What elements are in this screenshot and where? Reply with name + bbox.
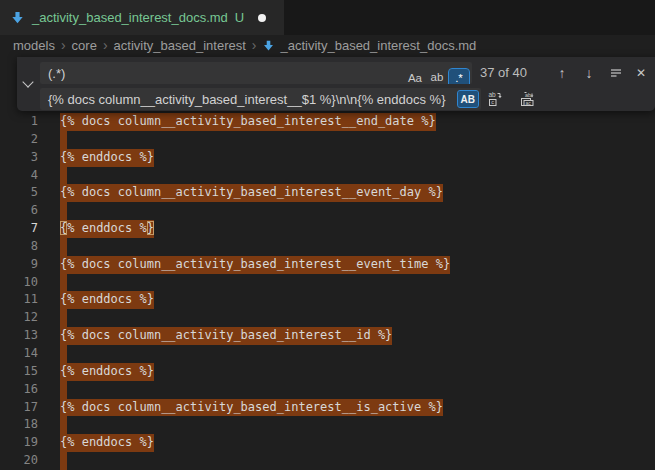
replace-all-icon: ab ac bbox=[520, 91, 536, 107]
find-match-highlight: {% docs column__activity_based_interest_… bbox=[60, 327, 392, 345]
chevron-right-icon: › bbox=[61, 37, 66, 53]
breadcrumb-item-file[interactable]: _activity_based_interest_docs.md bbox=[262, 38, 476, 53]
replace-all-button[interactable]: ab ac bbox=[517, 88, 539, 110]
line-number: 10 bbox=[0, 274, 44, 292]
preserve-case-button[interactable]: AB bbox=[458, 91, 478, 107]
find-match-highlight: {% docs column__activity_based_interest_… bbox=[60, 184, 443, 202]
line-number: 19 bbox=[0, 434, 44, 452]
unsaved-indicator-dot[interactable] bbox=[258, 14, 266, 22]
find-match-sliver bbox=[60, 202, 67, 220]
find-input[interactable]: (.*) Aa ab .* bbox=[40, 62, 472, 84]
git-status-badge: U bbox=[235, 10, 244, 25]
close-find-button[interactable]: ✕ bbox=[630, 62, 652, 84]
find-input-value: (.*) bbox=[48, 66, 65, 81]
code-line[interactable]: 5{% docs column__activity_based_interest… bbox=[0, 184, 655, 202]
code-line[interactable]: 14 bbox=[0, 345, 655, 363]
line-content bbox=[60, 452, 67, 470]
svg-text:ab: ab bbox=[489, 91, 497, 98]
code-line[interactable]: 12 bbox=[0, 309, 655, 327]
code-line[interactable]: 15{% enddocs %} bbox=[0, 363, 655, 381]
line-number: 7 bbox=[0, 220, 44, 238]
code-line[interactable]: 11{% enddocs %} bbox=[0, 291, 655, 309]
find-match-highlight: {% enddocs %} bbox=[60, 434, 154, 452]
code-line[interactable]: 16 bbox=[0, 381, 655, 399]
editor-tab[interactable]: _activity_based_interest_docs.md U bbox=[0, 0, 284, 35]
line-number: 5 bbox=[0, 184, 44, 202]
match-count: 37 of 40 bbox=[480, 62, 527, 84]
whole-word-button[interactable]: ab bbox=[427, 69, 447, 84]
code-line[interactable]: 13{% docs column__activity_based_interes… bbox=[0, 327, 655, 345]
find-match-sliver bbox=[60, 416, 67, 434]
line-number: 11 bbox=[0, 291, 44, 309]
line-content bbox=[60, 381, 67, 399]
find-match-sliver bbox=[60, 345, 67, 363]
line-number: 15 bbox=[0, 363, 44, 381]
code-line[interactable]: 10 bbox=[0, 274, 655, 292]
code-line[interactable]: 19{% enddocs %} bbox=[0, 434, 655, 452]
code-line[interactable]: 20 bbox=[0, 452, 655, 470]
find-match-highlight: {% enddocs %} bbox=[60, 291, 154, 309]
code-line[interactable]: 7{% enddocs %} bbox=[0, 220, 655, 238]
code-line[interactable]: 17{% docs column__activity_based_interes… bbox=[0, 399, 655, 417]
code-line[interactable]: 3{% enddocs %} bbox=[0, 149, 655, 167]
find-match-highlight: {% enddocs %} bbox=[60, 363, 154, 381]
replace-icon: ab c bbox=[488, 91, 504, 107]
line-content: {% docs column__activity_based_interest_… bbox=[60, 184, 443, 202]
code-editor[interactable]: 1{% docs column__activity_based_interest… bbox=[0, 113, 655, 470]
line-number: 12 bbox=[0, 309, 44, 327]
line-number: 14 bbox=[0, 345, 44, 363]
regex-button[interactable]: .* bbox=[449, 69, 469, 84]
breadcrumb-item-folder[interactable]: activity_based_interest bbox=[114, 38, 246, 53]
find-match-sliver bbox=[60, 238, 67, 256]
line-number: 18 bbox=[0, 416, 44, 434]
close-icon: ✕ bbox=[636, 66, 646, 80]
svg-text:c: c bbox=[491, 99, 494, 105]
match-case-button[interactable]: Aa bbox=[405, 69, 425, 84]
chevron-right-icon: › bbox=[103, 37, 108, 53]
find-match-highlight: {% docs column__activity_based_interest_… bbox=[60, 256, 450, 274]
replace-input[interactable]: {% docs column__activity_based_interest_… bbox=[40, 88, 481, 110]
breadcrumb-item-core[interactable]: core bbox=[72, 38, 97, 53]
breadcrumb: models › core › activity_based_interest … bbox=[0, 35, 655, 56]
code-line[interactable]: 1{% docs column__activity_based_interest… bbox=[0, 113, 655, 131]
find-match-sliver bbox=[60, 167, 67, 185]
code-line[interactable]: 4 bbox=[0, 167, 655, 185]
replace-button[interactable]: ab c bbox=[485, 88, 507, 110]
breadcrumb-item-models[interactable]: models bbox=[13, 38, 55, 53]
line-content bbox=[60, 416, 67, 434]
markdown-file-icon bbox=[262, 39, 275, 52]
bracket-match-box: } bbox=[147, 221, 154, 235]
find-in-selection-button[interactable] bbox=[605, 62, 627, 84]
find-match-sliver bbox=[60, 452, 67, 470]
line-content: {% enddocs %} bbox=[60, 434, 154, 452]
find-replace-widget: (.*) Aa ab .* 37 of 40 ↑ ↓ ✕ {% docs col… bbox=[17, 57, 655, 111]
line-content: {% docs column__activity_based_interest_… bbox=[60, 256, 450, 274]
line-content: {% docs column__activity_based_interest_… bbox=[60, 327, 392, 345]
find-match-highlight: {% enddocs %} bbox=[60, 220, 154, 238]
chevron-right-icon: › bbox=[252, 37, 257, 53]
line-content bbox=[60, 238, 67, 256]
find-next-button[interactable]: ↓ bbox=[578, 62, 600, 84]
toggle-replace-button[interactable] bbox=[17, 57, 38, 111]
code-line[interactable]: 18 bbox=[0, 416, 655, 434]
line-number: 17 bbox=[0, 399, 44, 417]
markdown-file-icon bbox=[10, 10, 25, 25]
line-number: 3 bbox=[0, 149, 44, 167]
find-previous-button[interactable]: ↑ bbox=[551, 62, 573, 84]
code-line[interactable]: 6 bbox=[0, 202, 655, 220]
tab-bar: _activity_based_interest_docs.md U bbox=[0, 0, 655, 35]
line-content: {% enddocs %} bbox=[60, 149, 154, 167]
replace-input-value: {% docs column__activity_based_interest_… bbox=[48, 92, 445, 107]
line-content: {% enddocs %} bbox=[60, 220, 154, 238]
code-line[interactable]: 9{% docs column__activity_based_interest… bbox=[0, 256, 655, 274]
chevron-down-icon bbox=[22, 76, 33, 87]
find-match-sliver bbox=[60, 274, 67, 292]
code-line[interactable]: 8 bbox=[0, 238, 655, 256]
code-line[interactable]: 2 bbox=[0, 131, 655, 149]
code-lines: 1{% docs column__activity_based_interest… bbox=[0, 113, 655, 470]
line-content: {% enddocs %} bbox=[60, 363, 154, 381]
line-content: {% docs column__activity_based_interest_… bbox=[60, 113, 436, 131]
line-content: {% docs column__activity_based_interest_… bbox=[60, 399, 443, 417]
find-match-sliver bbox=[60, 309, 67, 327]
line-content bbox=[60, 131, 67, 149]
